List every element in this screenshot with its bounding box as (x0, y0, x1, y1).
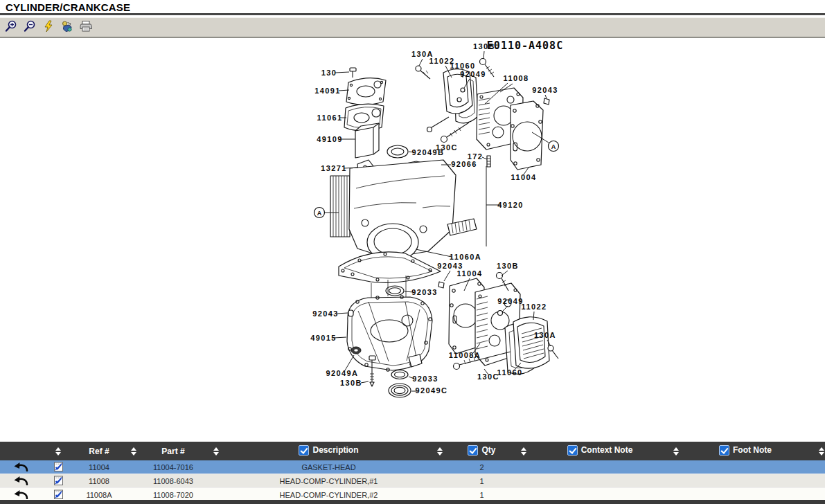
notepad-check-icon[interactable] (53, 461, 64, 472)
part-callout-130[interactable]: 130 (321, 69, 337, 77)
sort-icon[interactable] (521, 447, 526, 456)
diagram-code: E0110-A408C (487, 39, 563, 52)
section-marker-A: A (314, 208, 325, 218)
ref-header-label: Ref # (89, 447, 109, 456)
undo-icon[interactable] (13, 461, 28, 471)
part-callout-92033[interactable]: 92033 (411, 288, 438, 296)
context-note-header-label: Context Note (581, 445, 633, 455)
table-row[interactable]: 1100811008-6043HEAD-COMP-CYLINDER,#11 (0, 474, 825, 488)
parts-view-button[interactable] (60, 20, 75, 35)
part-drawing-11004-gasket-top[interactable] (511, 101, 543, 170)
sort-icon[interactable] (673, 447, 679, 456)
part-callout-49015[interactable]: 49015 (310, 334, 337, 342)
part-callout-92049A[interactable]: 92049A (326, 369, 359, 377)
part-drawing-92043-pin-top[interactable] (544, 98, 549, 105)
part-callout-11060A[interactable]: 11060A (450, 253, 481, 261)
part-callout-92043[interactable]: 92043 (312, 309, 339, 318)
callout-leader-line (545, 95, 547, 98)
part-callout-11004[interactable]: 11004 (511, 173, 537, 181)
part-callout-49109[interactable]: 49109 (317, 135, 343, 143)
part-callout-92066[interactable]: 92066 (451, 160, 477, 168)
part-drawing-11022-cover-bottom[interactable] (513, 317, 549, 368)
part-callout-92049[interactable]: 92049 (497, 297, 524, 305)
part-callout-13271[interactable]: 13271 (321, 164, 347, 172)
foot-note-cell (689, 460, 802, 474)
context-note-cell (536, 474, 664, 488)
print-button[interactable] (78, 20, 94, 35)
part-drawing-11060A-gasket[interactable] (339, 252, 441, 283)
description-column-sort (427, 442, 452, 460)
parts-diagram[interactable]: 1301409111061491091327192049B130C130BE01… (0, 38, 825, 442)
part-callout-11008[interactable]: 11008 (504, 74, 529, 82)
part-drawing-14091-cover[interactable] (346, 78, 386, 105)
sort-icon[interactable] (437, 447, 443, 456)
part-callout-14091[interactable]: 14091 (314, 87, 341, 95)
sort-icon[interactable] (55, 447, 61, 456)
part-callout-11004[interactable]: 11004 (457, 269, 483, 278)
part-callout-130A[interactable]: 130A (534, 331, 556, 339)
part-drawing-130A-bolt-top[interactable] (416, 66, 430, 79)
notepad-check-icon[interactable] (53, 489, 64, 500)
zoom-out-button[interactable] (22, 20, 37, 35)
qty-checkbox[interactable] (468, 445, 478, 456)
part-callout-130C[interactable]: 130C (436, 143, 458, 152)
sort-icon[interactable] (819, 447, 824, 456)
zoom-in-button[interactable] (3, 20, 19, 35)
printer-icon (80, 20, 92, 35)
sort-icon[interactable] (213, 447, 219, 456)
qty-column-header: Qty (452, 442, 511, 460)
part-callout-11061[interactable]: 11061 (317, 114, 343, 122)
part-drawing-130-bolt[interactable] (350, 68, 356, 78)
section-marker-A: A (549, 141, 559, 152)
ref-cell: 11008 (75, 474, 123, 488)
part-callout-11008A[interactable]: 11008A (449, 351, 481, 359)
part-callout-130C[interactable]: 130C (477, 372, 499, 381)
undo-icon[interactable] (13, 475, 28, 485)
undo-icon[interactable] (13, 489, 28, 499)
part-callout-130B[interactable]: 130B (497, 262, 519, 270)
part-callout-11060[interactable]: 11060 (497, 368, 523, 377)
part-callout-130B[interactable]: 130B (340, 379, 362, 387)
description-checkbox[interactable] (299, 445, 309, 456)
description-header-label: Description (312, 445, 358, 455)
context-note-cell (536, 460, 664, 474)
part-drawing-172-stud[interactable] (487, 156, 490, 167)
description-cell: GASKET-HEAD (230, 460, 427, 474)
part-drawing-92033-oring-upper[interactable] (386, 286, 404, 296)
notepad-check-icon[interactable] (53, 475, 64, 486)
part-callout-11022[interactable]: 11022 (522, 303, 547, 311)
part-callout-92043[interactable]: 92043 (532, 86, 558, 94)
part-drawing-130B-bolt-bottom[interactable] (369, 356, 375, 386)
context-note-checkbox[interactable] (567, 445, 578, 456)
part-drawing-49120-crankcase[interactable] (330, 160, 477, 261)
part-drawing-49109-breather[interactable] (355, 123, 379, 158)
part-drawing-92043-pin-mid[interactable] (438, 282, 444, 288)
context-note-column-sort (664, 442, 689, 460)
callout-leader-line (345, 355, 354, 370)
part-callout-11060[interactable]: 11060 (450, 62, 476, 70)
part-drawing-92049B-seal[interactable] (387, 145, 408, 158)
sort-icon[interactable] (131, 447, 136, 456)
page-title: CYLINDER/CRANKCASE (0, 0, 130, 13)
table-header-row: Ref # Part # Description Qty Context Not… (0, 442, 825, 460)
parts-table-grid: Ref # Part # Description Qty Context Not… (0, 442, 825, 502)
part-drawing-92049A-seal[interactable] (351, 347, 361, 354)
part-callout-92049[interactable]: 92049 (460, 70, 486, 78)
part-drawing-92033-oring-lower[interactable] (391, 370, 408, 379)
qty-header-label: Qty (481, 445, 495, 455)
zoom-in-icon (5, 20, 17, 35)
flash-button[interactable] (41, 20, 56, 35)
callout-leader-line (335, 72, 349, 73)
part-drawing-92049C-seal[interactable] (389, 384, 411, 397)
parts-table: Ref # Part # Description Qty Context Not… (0, 442, 825, 502)
part-drawing-92043-plug-left[interactable] (348, 310, 353, 316)
clipped-column-sort (802, 442, 825, 460)
callout-leader-line (416, 249, 452, 257)
foot-note-checkbox[interactable] (719, 445, 729, 456)
page-title-bar: CYLINDER/CRANKCASE (0, 0, 825, 15)
part-callout-92049C[interactable]: 92049C (416, 386, 448, 395)
callout-leader-line (502, 271, 508, 276)
part-callout-49120[interactable]: 49120 (497, 201, 524, 209)
table-row[interactable]: 1100411004-7016GASKET-HEAD2 (0, 460, 825, 474)
part-callout-92033[interactable]: 92033 (412, 375, 438, 383)
